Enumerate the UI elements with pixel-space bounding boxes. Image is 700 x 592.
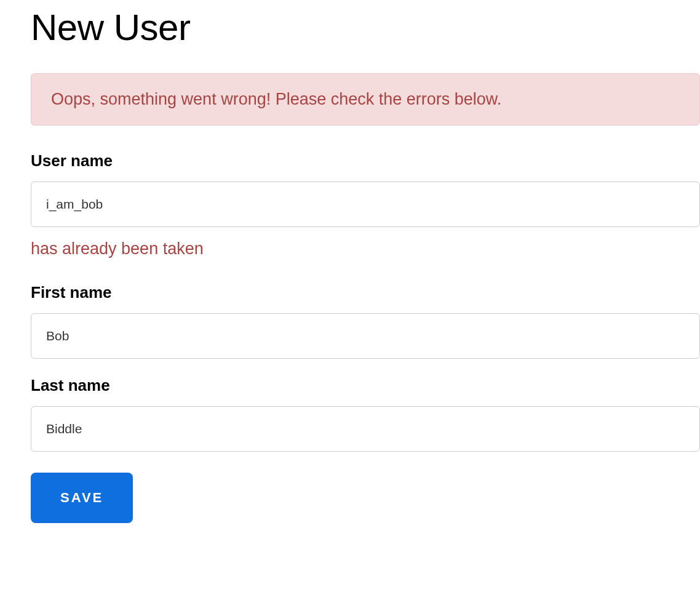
first-name-input[interactable] [31,313,700,359]
error-banner-text: Oops, something went wrong! Please check… [51,90,501,108]
page-title: New User [31,6,700,49]
last-name-input[interactable] [31,406,700,452]
first-name-label: First name [31,283,700,302]
username-input[interactable] [31,182,700,227]
last-name-label: Last name [31,376,700,395]
username-label: User name [31,151,700,170]
error-banner: Oops, something went wrong! Please check… [31,73,700,126]
save-button[interactable]: SAVE [31,473,133,523]
username-error: has already been taken [31,239,700,258]
first-name-field-group: First name [31,283,700,359]
last-name-field-group: Last name [31,376,700,452]
username-field-group: User name has already been taken [31,151,700,258]
